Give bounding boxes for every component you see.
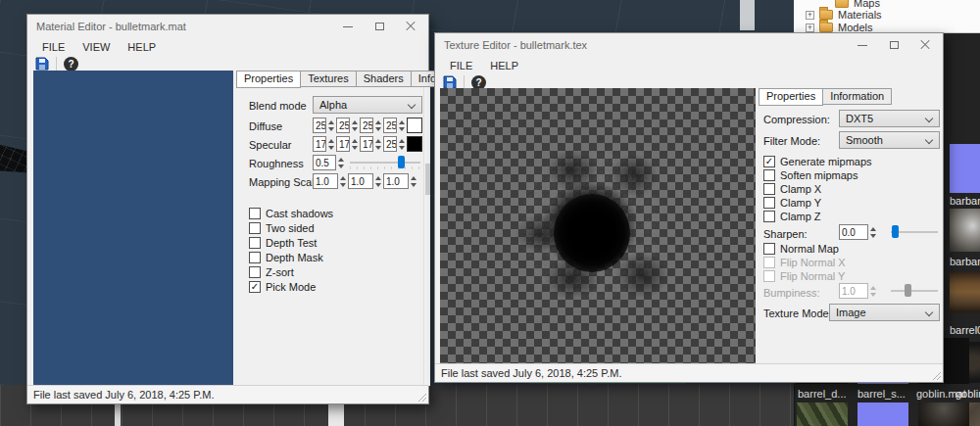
spin-up-icon[interactable] [352,139,358,143]
spin-up-icon[interactable] [328,139,334,143]
spin-value[interactable]: 1.0 [348,173,373,189]
title-bar[interactable]: Texture Editor - bulletmark.tex [435,33,943,57]
menu-help[interactable]: HELP [119,39,165,55]
asset-thumbnail[interactable] [950,144,980,193]
maximize-button[interactable] [364,17,395,36]
spin-down-icon[interactable] [352,146,358,150]
sharpen-slider[interactable] [891,223,938,241]
specular-color-swatch[interactable] [407,136,422,152]
material-preview[interactable] [33,71,233,386]
checkbox-clamp-y[interactable]: Clamp Y [763,197,821,209]
spin-value[interactable]: 1.0 [313,173,338,189]
checkbox-box[interactable] [763,169,775,181]
spin-value[interactable]: 17 [313,136,326,152]
close-button[interactable] [909,35,941,55]
spin-value[interactable]: 255 [383,136,397,152]
checkbox-box[interactable] [763,243,775,255]
spin-up-icon[interactable] [352,120,358,124]
spin-value[interactable]: 1.0 [383,173,409,189]
spin-value[interactable]: 17 [360,136,373,152]
checkbox-box[interactable] [249,266,261,278]
spin-down-icon[interactable] [328,146,334,150]
checkbox-z-sort[interactable]: Z-sort [249,266,294,278]
asset-label[interactable]: barrel_s... [858,388,916,400]
asset-label[interactable]: barbar [950,256,980,267]
specular-g-spinbox[interactable]: 17 [336,136,359,152]
compression-dropdown[interactable]: DXT5 [839,110,940,127]
title-bar[interactable]: Material Editor - bulletmark.mat [27,15,428,38]
diffuse-b-spinbox[interactable]: 255 [360,118,382,133]
maximize-button[interactable] [878,35,909,55]
diffuse-r-spinbox[interactable]: 255 [313,118,335,133]
spin-down-icon[interactable] [375,183,381,187]
slider-track[interactable] [350,162,420,164]
spin-down-icon[interactable] [328,127,334,131]
checkbox-box[interactable] [763,197,775,209]
spin-up-icon[interactable] [375,139,381,143]
tab-shaders[interactable]: Shaders [356,71,412,87]
checkbox-pick-mode[interactable]: ✓ Pick Mode [249,281,316,293]
menu-file[interactable]: FILE [33,39,74,55]
spin-value[interactable]: 255 [383,118,397,133]
asset-thumbnail[interactable] [950,209,980,252]
sharpen-spinbox[interactable]: 0.0 [839,224,877,240]
diffuse-color-swatch[interactable] [407,118,422,133]
spin-arrows[interactable] [397,136,406,152]
checkbox-box[interactable] [249,237,261,249]
menu-file[interactable]: FILE [441,58,481,73]
spin-arrows[interactable] [373,118,382,133]
checkbox-box[interactable] [249,208,261,219]
spin-down-icon[interactable] [399,127,405,131]
tree-item-maps[interactable]: Maps [821,0,880,9]
spin-up-icon[interactable] [338,158,344,162]
minimize-button[interactable] [332,17,364,36]
checkbox-depth-test[interactable]: Depth Test [249,237,317,249]
spin-arrows[interactable] [338,173,347,189]
spin-up-icon[interactable] [411,176,416,180]
asset-thumbnail[interactable] [797,402,848,426]
spin-value[interactable]: 0.5 [313,155,336,170]
spin-down-icon[interactable] [340,183,346,187]
menu-view[interactable]: VIEW [74,39,119,55]
spin-down-icon[interactable] [399,146,405,150]
asset-thumbnail[interactable] [858,402,908,426]
tree-item-label[interactable]: Maps [854,0,880,9]
minimize-button[interactable] [847,35,878,55]
expander-plus-icon[interactable]: + [806,24,814,32]
checkbox-soften-mipmaps[interactable]: Soften mipmaps [763,169,858,181]
spin-arrows[interactable] [868,224,877,240]
tab-textures[interactable]: Textures [300,71,357,87]
slider-handle[interactable] [398,156,405,168]
spin-up-icon[interactable] [375,176,381,180]
mapping-scale-y-spinbox[interactable]: 1.0 [348,173,382,189]
checkbox-normal-map[interactable]: Normal Map [763,243,839,255]
mapping-scale-z-spinbox[interactable]: 1.0 [383,173,417,189]
vertical-splitter[interactable] [115,402,121,426]
checkbox-depth-mask[interactable]: Depth Mask [249,252,323,263]
checkbox-cast-shadows[interactable]: Cast shadows [249,208,333,219]
checkbox-clamp-z[interactable]: Clamp Z [763,211,821,222]
tab-properties[interactable]: Properties [759,88,823,106]
spin-down-icon[interactable] [352,127,358,131]
roughness-spinbox[interactable]: 0.5 [313,155,345,170]
specular-b-spinbox[interactable]: 17 [360,136,382,152]
spin-up-icon[interactable] [375,120,381,124]
checkbox-two-sided[interactable]: Two sided [249,222,315,234]
project-tree[interactable]: Maps + Materials + Models [794,0,980,33]
spin-arrows[interactable] [373,173,382,189]
spin-up-icon[interactable] [399,120,405,124]
resize-grip[interactable] [931,370,941,380]
checkbox-box[interactable] [249,252,261,263]
checkbox-box[interactable]: ✓ [763,156,775,167]
spin-down-icon[interactable] [870,234,876,238]
texture-mode-dropdown[interactable]: Image [829,304,940,321]
tab-information[interactable]: Information [822,88,892,105]
tree-item-label[interactable]: Materials [838,9,882,21]
spin-up-icon[interactable] [870,227,876,231]
save-button[interactable] [443,75,457,89]
checkbox-generate-mipmaps[interactable]: ✓ Generate mipmaps [763,156,872,167]
spin-arrows[interactable] [373,136,382,152]
specular-a-spinbox[interactable]: 255 [383,136,406,152]
texture-canvas[interactable] [440,88,756,363]
spin-down-icon[interactable] [375,127,381,131]
